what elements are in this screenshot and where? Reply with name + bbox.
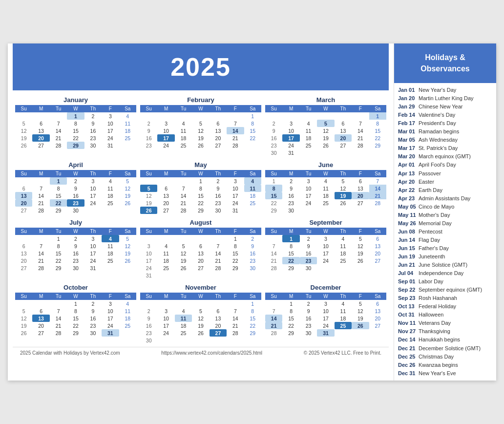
month-title-june: June: [265, 161, 386, 169]
footer-left: 2025 Calendar with Holidays by Vertex42.…: [20, 350, 120, 356]
calendar-cell: 5: [335, 177, 352, 185]
calendar-cell: 30: [265, 149, 282, 156]
calendar-cell: [227, 112, 244, 120]
calendar-row: 3456789: [140, 242, 261, 250]
holiday-name: Mother's Day: [419, 211, 450, 219]
day-header: F: [352, 293, 369, 300]
holiday-item: Apr 20Easter: [398, 178, 492, 186]
calendar-cell: 28: [32, 264, 49, 272]
day-header: Th: [335, 293, 352, 300]
calendar-row: 20212223242526: [15, 257, 136, 264]
month-table-may: SuMTuWThFSa12345678910111213141516171819…: [140, 170, 261, 214]
calendar-cell: 22: [192, 199, 209, 207]
calendar-cell: [282, 112, 299, 120]
calendar-cell: 9: [244, 242, 261, 250]
day-header: W: [67, 228, 84, 235]
calendar-row: 262728293031: [15, 142, 136, 149]
calendar-cell: 21: [265, 257, 282, 264]
calendar-cell: 16: [84, 315, 102, 322]
calendar-cell: 6: [192, 242, 209, 250]
day-header: Th: [210, 228, 227, 235]
calendar-row: 22232425262728: [265, 199, 386, 207]
holiday-name: Passover: [419, 170, 441, 178]
calendar-cell: 23: [84, 322, 102, 329]
day-header: Sa: [119, 170, 136, 177]
calendar-cell: 14: [50, 127, 67, 134]
calendar-cell: 27: [192, 264, 209, 272]
calendar-cell: 28: [352, 142, 369, 149]
holiday-item: Dec 25Christmas Day: [398, 353, 492, 361]
calendar-cell: 31: [84, 264, 102, 272]
day-header: M: [282, 228, 299, 235]
day-header: M: [157, 293, 174, 300]
calendar-row: 1234: [15, 112, 136, 120]
calendar-cell: 31: [317, 329, 334, 337]
calendar-cell: 15: [50, 192, 67, 199]
calendar-cell: 3: [282, 120, 299, 127]
calendar-cell: 3: [84, 177, 102, 185]
holiday-name: Father's Day: [419, 244, 449, 253]
day-header: Tu: [300, 105, 317, 112]
calendar-cell: 2: [210, 177, 227, 185]
calendar-cell: 8: [369, 120, 386, 127]
calendar-cell: 10: [140, 250, 157, 257]
calendar-cell: 12: [352, 307, 369, 315]
calendar-cell: [335, 149, 352, 156]
calendar-cell: 2: [84, 300, 102, 307]
holiday-item: Jun 19Juneteenth: [398, 253, 492, 261]
day-header: Tu: [175, 170, 192, 177]
calendar-cell: 25: [335, 322, 352, 329]
holiday-name: Veterans Day: [419, 319, 451, 327]
calendar-cell: 23: [210, 199, 227, 207]
day-header: Th: [84, 293, 102, 300]
holiday-item: Nov 27Thanksgiving: [398, 327, 492, 336]
calendar-cell: 21: [32, 199, 49, 207]
holiday-date: Nov 27: [398, 327, 417, 336]
calendar-cell: 25: [102, 199, 119, 207]
calendar-cell: 11: [119, 307, 136, 315]
day-header: Tu: [300, 170, 317, 177]
holiday-date: Jun 19: [398, 253, 417, 261]
calendar-cell: 4: [119, 300, 136, 307]
calendar-cell: 9: [84, 307, 102, 315]
holiday-item: Apr 13Passover: [398, 170, 492, 178]
holiday-name: Labor Day: [419, 277, 443, 286]
month-block-april: AprilSuMTuWThFSa123456789101112131415161…: [15, 161, 136, 214]
calendar-cell: 26: [15, 329, 32, 337]
calendar-cell: 17: [84, 192, 102, 199]
holiday-date: Dec 26: [398, 361, 417, 369]
day-header: F: [102, 293, 119, 300]
day-header: Tu: [50, 228, 67, 235]
calendar-cell: 1: [244, 300, 261, 307]
month-title-january: January: [15, 96, 136, 104]
calendar-cell: 30: [67, 207, 84, 214]
calendar-cell: 16: [140, 322, 157, 329]
calendar-cell: 20: [192, 257, 209, 264]
calendar-cell: 15: [282, 250, 299, 257]
calendar-cell: 26: [352, 322, 369, 329]
holiday-name: New Year's Day: [419, 86, 456, 94]
calendar-row: 123456: [265, 300, 386, 307]
footer-center: https://www.vertex42.com/calendars/2025.…: [161, 350, 262, 356]
calendar-cell: 8: [244, 120, 261, 127]
calendar-cell: 4: [335, 235, 352, 242]
holiday-item: Apr 22Earth Day: [398, 186, 492, 194]
holiday-name: Independence Day: [419, 269, 463, 277]
month-table-november: SuMTuWThFSa12345678910111213141516171819…: [140, 293, 261, 344]
calendar-cell: 28: [369, 199, 386, 207]
calendar-cell: 29: [67, 329, 84, 337]
calendar-cell: [119, 142, 136, 149]
day-header: Th: [84, 105, 102, 112]
month-table-august: SuMTuWThFSa12345678910111213141516171819…: [140, 228, 261, 279]
calendar-cell: 19: [119, 192, 136, 199]
calendar-cell: 2: [84, 112, 102, 120]
holiday-item: Mar 05Ash Wednesday: [398, 136, 492, 144]
calendar-cell: [227, 272, 244, 279]
calendar-row: 262728293031: [140, 207, 261, 214]
calendar-row: 9101112131415: [140, 127, 261, 134]
calendar-row: 891011121314: [265, 185, 386, 192]
calendar-cell: [157, 112, 174, 120]
calendar-cell: 23: [140, 142, 157, 149]
calendar-row: 19202122232425: [140, 199, 261, 207]
month-block-september: SeptemberSuMTuWThFSa12345678910111213141…: [265, 219, 386, 279]
